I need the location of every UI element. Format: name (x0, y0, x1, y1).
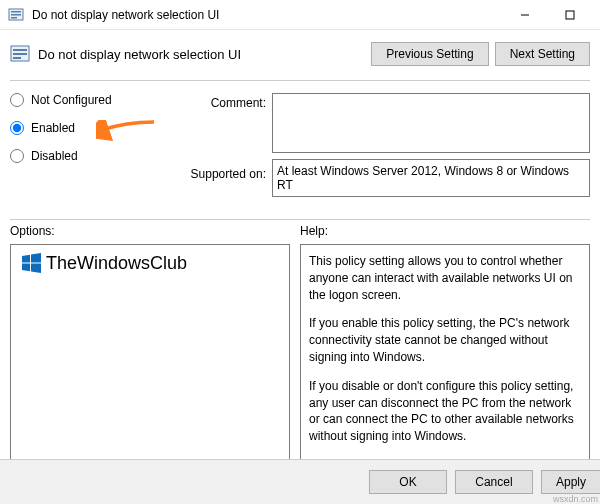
svg-marker-12 (31, 253, 41, 263)
previous-setting-button[interactable]: Previous Setting (371, 42, 488, 66)
options-label: Options: (10, 224, 290, 238)
next-setting-button[interactable]: Next Setting (495, 42, 590, 66)
svg-marker-13 (22, 264, 30, 272)
svg-rect-5 (566, 11, 574, 19)
svg-rect-8 (13, 53, 27, 55)
maximize-button[interactable] (547, 1, 592, 29)
policy-icon (8, 7, 24, 23)
radio-not-configured-input[interactable] (10, 93, 24, 107)
help-label: Help: (300, 224, 590, 238)
policy-icon-large (10, 44, 30, 64)
divider (10, 219, 590, 220)
help-paragraph: If you enable this policy setting, the P… (309, 315, 581, 365)
cancel-button[interactable]: Cancel (455, 470, 533, 494)
svg-marker-14 (31, 264, 41, 274)
watermark-text: TheWindowsClub (46, 253, 187, 274)
comment-label: Comment: (188, 93, 266, 110)
supported-on-value: At least Windows Server 2012, Windows 8 … (272, 159, 590, 197)
apply-button[interactable]: Apply (541, 470, 600, 494)
radio-not-configured-label: Not Configured (31, 93, 112, 107)
supported-on-label: Supported on: (188, 159, 266, 181)
svg-rect-7 (13, 49, 27, 51)
help-panel: This policy setting allows you to contro… (300, 244, 590, 474)
ok-button[interactable]: OK (369, 470, 447, 494)
radio-enabled-input[interactable] (10, 121, 24, 135)
comment-textbox[interactable] (272, 93, 590, 153)
policy-title: Do not display network selection UI (38, 47, 371, 62)
radio-enabled-label: Enabled (31, 121, 75, 135)
help-paragraph: If you disable or don't configure this p… (309, 378, 581, 445)
radio-enabled[interactable]: Enabled (10, 121, 170, 135)
header-row: Do not display network selection UI Prev… (0, 30, 600, 74)
window-title: Do not display network selection UI (32, 8, 219, 22)
radio-not-configured[interactable]: Not Configured (10, 93, 170, 107)
titlebar: Do not display network selection UI (0, 0, 600, 30)
minimize-button[interactable] (502, 1, 547, 29)
dialog-footer: OK Cancel Apply (0, 459, 600, 504)
divider (10, 80, 590, 81)
radio-disabled-label: Disabled (31, 149, 78, 163)
svg-rect-9 (13, 57, 21, 59)
watermark: TheWindowsClub (20, 252, 187, 274)
state-radio-group: Not Configured Enabled Disabled (10, 93, 170, 203)
source-watermark: wsxdn.com (553, 494, 598, 504)
windows-logo-icon (20, 252, 42, 274)
svg-rect-3 (11, 17, 17, 19)
svg-rect-1 (11, 11, 21, 13)
options-panel (10, 244, 290, 474)
svg-marker-11 (22, 255, 30, 263)
help-paragraph: This policy setting allows you to contro… (309, 253, 581, 303)
radio-disabled[interactable]: Disabled (10, 149, 170, 163)
radio-disabled-input[interactable] (10, 149, 24, 163)
svg-rect-2 (11, 14, 21, 16)
